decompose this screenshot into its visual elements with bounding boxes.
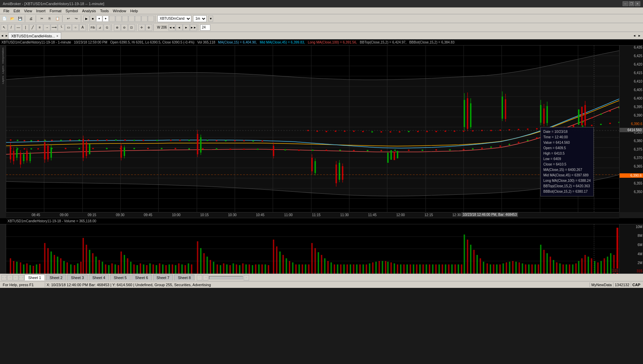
tb-btn-10[interactable] bbox=[141, 16, 147, 22]
menu-insert[interactable]: Insert bbox=[34, 7, 48, 14]
svg-rect-375 bbox=[499, 264, 501, 274]
tab-nav-prev[interactable]: ◄ bbox=[632, 33, 637, 38]
draw-ellipse[interactable]: ○ bbox=[72, 24, 79, 31]
svg-point-169 bbox=[499, 145, 501, 147]
draw-text[interactable]: A bbox=[79, 24, 86, 31]
draw-vline[interactable]: | bbox=[22, 24, 29, 31]
draw-parallel[interactable]: ≡ bbox=[36, 24, 43, 31]
sheet-nav-prev[interactable]: ◄ bbox=[7, 275, 13, 280]
panel-btn-3[interactable]: Layers bbox=[1, 75, 5, 85]
menu-format[interactable]: Format bbox=[48, 7, 64, 14]
svg-rect-347 bbox=[410, 264, 411, 274]
sheet-nav-next[interactable]: ► bbox=[13, 275, 18, 280]
copy-button[interactable]: ⎘ bbox=[46, 15, 53, 22]
tb-btn-2[interactable]: ■ bbox=[90, 16, 96, 22]
svg-rect-56 bbox=[89, 144, 90, 154]
menu-window[interactable]: Window bbox=[111, 7, 128, 14]
svg-point-193 bbox=[399, 131, 400, 133]
timeframe-go-button[interactable]: ▼ bbox=[208, 16, 213, 22]
panel-btn-2[interactable]: Layers bbox=[1, 65, 5, 74]
draw-rect[interactable]: ▭ bbox=[65, 24, 72, 31]
sheet-nav-first[interactable]: ◄◄ bbox=[1, 275, 7, 280]
tb-btn-4[interactable]: ✦ bbox=[103, 16, 109, 22]
restore-button[interactable]: ❐ bbox=[629, 1, 634, 6]
window-controls[interactable]: ─ ❐ ✕ bbox=[623, 1, 640, 6]
sheet-tab-8[interactable]: Sheet 8 bbox=[174, 275, 194, 280]
cut-button[interactable]: ✂ bbox=[38, 15, 46, 22]
menu-tools[interactable]: Tools bbox=[98, 7, 111, 14]
draw-line[interactable]: / bbox=[8, 24, 15, 31]
paste-button[interactable]: 📋 bbox=[54, 15, 61, 22]
chart-canvas[interactable]: Date = 10/23/18 Time = 12:46:00 Value = … bbox=[6, 46, 619, 212]
draw-fan[interactable]: ⊿ bbox=[97, 24, 103, 31]
sheet-tab-3[interactable]: Sheet 3 bbox=[67, 275, 88, 280]
sheet-tab-1[interactable]: Sheet 1 bbox=[24, 275, 45, 280]
menu-view[interactable]: View bbox=[22, 7, 34, 14]
tb-btn-9[interactable] bbox=[135, 16, 141, 22]
crosshair-button[interactable]: ✛ bbox=[138, 24, 145, 31]
tb-btn-7[interactable] bbox=[122, 16, 128, 22]
save-button[interactable]: 💾 bbox=[16, 15, 24, 22]
menu-file[interactable]: File bbox=[1, 7, 12, 14]
svg-rect-365 bbox=[467, 240, 468, 274]
sheet-tab-5[interactable]: Sheet 5 bbox=[110, 275, 131, 280]
svg-rect-355 bbox=[435, 264, 437, 274]
timeframe-selector[interactable]: 1m bbox=[193, 15, 207, 22]
draw-hline[interactable]: — bbox=[15, 24, 22, 31]
svg-rect-267 bbox=[149, 263, 151, 274]
nav-prev-far[interactable]: ◄◄ bbox=[169, 24, 175, 31]
sheet-tab-6[interactable]: Sheet 6 bbox=[132, 275, 152, 280]
tb-btn-6[interactable] bbox=[116, 16, 122, 22]
menu-help[interactable]: Help bbox=[128, 7, 140, 14]
sheet-scroll-indicator[interactable]: + ◄ ► bbox=[197, 275, 249, 280]
zoom-all-button[interactable]: ⊡ bbox=[128, 24, 135, 31]
minimize-button[interactable]: ─ bbox=[623, 1, 628, 6]
tab-scroll-left[interactable]: ◄ ► bbox=[0, 32, 9, 39]
draw-arrow[interactable]: → bbox=[44, 24, 50, 31]
menu-analysis[interactable]: Analysis bbox=[80, 7, 98, 14]
tb-btn-1[interactable]: ▶ bbox=[83, 16, 89, 22]
sheet-nav-last[interactable]: ►► bbox=[19, 275, 24, 280]
svg-rect-248 bbox=[89, 250, 90, 274]
draw-cursor[interactable]: ↖ bbox=[1, 24, 7, 31]
tb-btn-11[interactable] bbox=[148, 16, 154, 22]
redo-button[interactable]: ↪ bbox=[72, 15, 80, 22]
print-button[interactable]: 🖨 bbox=[27, 15, 35, 22]
nav-next[interactable]: ► bbox=[183, 24, 190, 31]
symbol-selector[interactable]: XBTUSDmCand bbox=[157, 15, 191, 22]
tb-btn-8[interactable] bbox=[128, 16, 135, 22]
draw-polyline[interactable]: ╰ bbox=[58, 24, 65, 31]
tb-btn-3[interactable]: ✦ bbox=[96, 16, 102, 22]
sheet-tab-4[interactable]: Sheet 4 bbox=[89, 275, 109, 280]
tab-nav-next[interactable]: ► bbox=[637, 33, 642, 38]
svg-point-159 bbox=[380, 150, 382, 151]
zoom-out-button[interactable]: ⊖ bbox=[121, 24, 128, 31]
menu-edit[interactable]: Edit bbox=[12, 7, 22, 14]
new-button[interactable]: 📄 bbox=[1, 15, 8, 22]
nav-next-far[interactable]: ►► bbox=[190, 24, 197, 31]
undo-button[interactable]: ↩ bbox=[65, 15, 72, 22]
open-button[interactable]: 📂 bbox=[8, 15, 16, 22]
status-separator-2 bbox=[590, 282, 590, 287]
draw-ray[interactable]: ⟶ bbox=[51, 24, 57, 31]
chart-tab-close[interactable]: × bbox=[56, 34, 58, 38]
draw-gann[interactable]: G bbox=[104, 24, 110, 31]
magnet-button[interactable]: ⊕ bbox=[145, 24, 152, 31]
close-button[interactable]: ✕ bbox=[635, 1, 640, 6]
sheet-tab-7[interactable]: Sheet 7 bbox=[153, 275, 173, 280]
draw-trend[interactable]: ╱ bbox=[29, 24, 36, 31]
fib-retracement[interactable]: Fib bbox=[89, 24, 96, 31]
svg-point-188 bbox=[353, 131, 354, 132]
zoom-in-button[interactable]: ⊕ bbox=[114, 24, 121, 31]
volume-chart-canvas[interactable]: 315 bbox=[6, 224, 619, 274]
svg-rect-376 bbox=[503, 263, 504, 274]
sheet-tab-2[interactable]: Sheet 2 bbox=[46, 275, 66, 280]
tb-btn-5[interactable] bbox=[109, 16, 115, 22]
svg-rect-243 bbox=[74, 265, 75, 274]
panel-btn-1[interactable]: Interpretation bbox=[1, 47, 5, 64]
svg-point-184 bbox=[316, 131, 318, 132]
svg-point-206 bbox=[518, 129, 519, 130]
chart-tab-main[interactable]: XBTUSD1mCandleHisto... × bbox=[8, 32, 61, 39]
menu-symbol[interactable]: Symbol bbox=[64, 7, 80, 14]
nav-prev[interactable]: ◄ bbox=[176, 24, 183, 31]
